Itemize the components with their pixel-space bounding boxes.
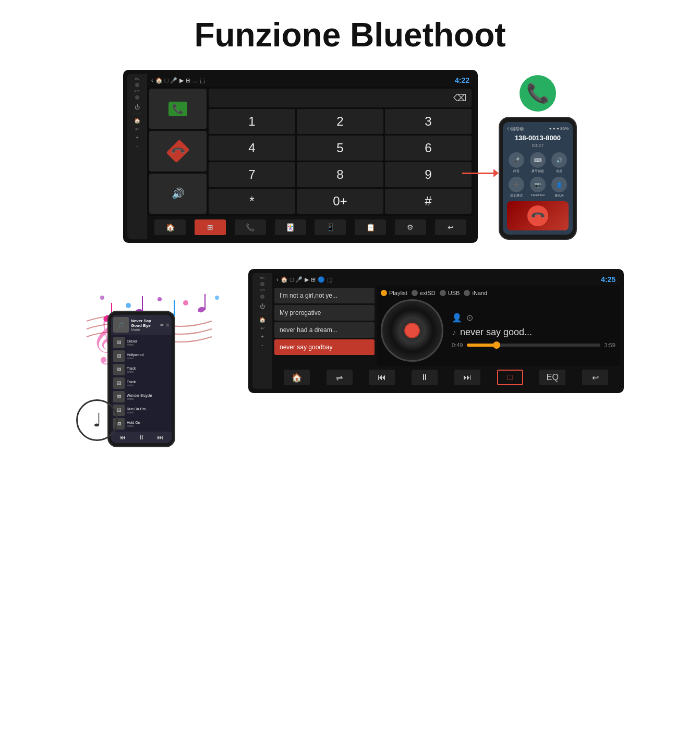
music-repeat-btn[interactable]: □: [497, 370, 523, 385]
settings-btn[interactable]: ⚙: [395, 219, 426, 235]
music-decoration-area: 𝄞 🎵 Never Say Good Bye Marie ⇌⊞: [76, 269, 233, 436]
dialpad-grid-area: ⌫ 1 2 3 4 5 6 7 8 9 *: [209, 89, 472, 214]
sp-item-5[interactable]: 🖼 Wonder Bicycleartist: [111, 390, 172, 403]
vinyl-disc: [381, 299, 443, 362]
end-call-button[interactable]: 📞: [149, 131, 207, 171]
mic-label: MIC: [135, 77, 139, 80]
page-title: Funzione Bluethoot: [0, 0, 700, 65]
svg-point-13: [126, 303, 131, 308]
call-duration: 00:27: [507, 143, 569, 148]
key-2[interactable]: 2: [297, 109, 383, 134]
music-note-circle: ♩: [76, 399, 118, 441]
volume-icon: 🔊: [172, 187, 185, 200]
progress-track[interactable]: [467, 344, 600, 347]
playlist-item-1[interactable]: I'm not a girl,not ye...: [274, 288, 375, 303]
music-player-panel: Playlist extSD USB: [377, 286, 620, 366]
sp-item-2[interactable]: 🖼 Hollywoodartist: [111, 349, 172, 363]
usb-src-btn[interactable]: USB: [440, 290, 460, 296]
music-progress-bar: 0:49 3:59: [452, 342, 615, 348]
key-7[interactable]: 7: [209, 162, 295, 187]
key-8[interactable]: 8: [297, 162, 383, 187]
music-playlist-panel: I'm not a girl,not ye... My prerogative …: [272, 286, 377, 366]
user-icon: 👤: [452, 313, 462, 323]
sp-now-playing: 🎵 Never Say Good Bye Marie ⇌⊞: [111, 315, 172, 335]
list-btn[interactable]: 📋: [355, 219, 386, 235]
music-rst-label: RST: [260, 289, 265, 292]
add-call-btn[interactable]: ➕ 添加通话: [507, 177, 525, 198]
backspace-icon[interactable]: ⌫: [453, 92, 466, 104]
sp-item-7[interactable]: 🖼 Hold Onartist: [111, 417, 172, 431]
sp-item-3[interactable]: 🖼 Trackartist: [111, 363, 172, 376]
phone-btn[interactable]: 📞: [235, 219, 266, 235]
contacts-call-btn[interactable]: 👤 通讯录: [550, 177, 569, 198]
music-eq-btn[interactable]: EQ: [539, 370, 565, 385]
bottom-section: 𝄞 🎵 Never Say Good Bye Marie ⇌⊞: [0, 259, 700, 446]
sp-playback-controls: ⏮ ⏸ ⏭: [111, 432, 172, 443]
key-4[interactable]: 4: [209, 136, 295, 161]
current-track-name: ♪ never say good...: [452, 327, 615, 338]
playlist-src-btn[interactable]: Playlist: [381, 290, 407, 296]
key-hash[interactable]: #: [385, 189, 472, 214]
key-6[interactable]: 6: [385, 136, 472, 161]
end-call-phone-btn[interactable]: 📞: [523, 201, 553, 231]
svg-point-14: [158, 297, 162, 301]
music-prev-btn[interactable]: ⏮: [369, 370, 395, 385]
music-next-btn[interactable]: ⏭: [454, 370, 480, 385]
key-star[interactable]: *: [209, 189, 295, 214]
key-5[interactable]: 5: [297, 136, 383, 161]
green-phone-icon: 📞: [168, 102, 187, 116]
contacts-btn[interactable]: 🃏: [275, 219, 306, 235]
sp-item-1[interactable]: 🖼 Closerartist: [111, 336, 172, 349]
key-1[interactable]: 1: [209, 109, 295, 134]
progress-handle[interactable]: [493, 341, 500, 349]
call-buttons-panel: 📞 📞 🔊: [149, 89, 207, 214]
small-music-phone: 🎵 Never Say Good Bye Marie ⇌⊞ 🖼 Closerar…: [107, 311, 175, 447]
menu-btn[interactable]: ⊞: [195, 219, 226, 235]
car-unit-dialpad: MIC RST ⏻ 🏠 ↩ + - ‹ 🏠 □: [123, 70, 478, 243]
music-shuffle-btn[interactable]: ⇌: [327, 370, 353, 385]
keypad-call-btn[interactable]: ⌨ 拨号键盘: [528, 152, 547, 174]
car-bottom-bar: 🏠 ⊞ 📞 🃏 📱 📋 ⚙ ↩: [147, 216, 474, 239]
svg-point-15: [183, 300, 188, 305]
answer-call-button[interactable]: 📞: [149, 89, 207, 129]
playlist-item-3[interactable]: never had a dream...: [274, 322, 375, 338]
inand-src-btn[interactable]: iNand: [464, 290, 487, 296]
mute-button[interactable]: 🔊: [149, 174, 207, 214]
speaker-call-btn[interactable]: 🔊 免提: [550, 152, 569, 174]
playlist-item-4-active[interactable]: never say goodbay: [274, 339, 375, 355]
vinyl-center: [404, 323, 420, 338]
music-home-btn[interactable]: 🏠: [284, 370, 310, 385]
car-unit-music: MIC RST ⏻ 🏠 ↩ + - ‹ 🏠 □: [248, 269, 624, 393]
connector-arrow: [462, 169, 499, 177]
sp-pause-btn[interactable]: ⏸: [138, 434, 144, 441]
car-dialpad-screen: ‹ 🏠 □ 🎤 ▶ ⊞ ... ⬚ 4:22: [147, 74, 474, 239]
key-9[interactable]: 9: [385, 162, 472, 187]
dialpad-display: ⌫: [209, 89, 472, 107]
music-note-icon: ♪: [452, 328, 456, 337]
home-btn[interactable]: 🏠: [154, 219, 186, 235]
bt-btn[interactable]: 📱: [315, 219, 346, 235]
music-info-panel: 👤 ⊙ ♪ never say good... 0:49: [452, 313, 615, 348]
sp-album-art: 🎵: [113, 317, 129, 333]
sp-rewind-btn[interactable]: ⏮: [119, 434, 126, 441]
key-0[interactable]: 0+: [297, 189, 383, 214]
car-statusbar-top: ‹ 🏠 □ 🎤 ▶ ⊞ ... ⬚ 4:22: [147, 74, 474, 87]
call-bubble-icon: 📞: [520, 75, 556, 112]
car-side-controls: MIC RST ⏻ 🏠 ↩ + -: [127, 74, 147, 239]
progress-current: 0:49: [452, 342, 463, 348]
music-pause-btn[interactable]: ⏸: [412, 370, 438, 385]
key-3[interactable]: 3: [385, 109, 472, 134]
mute-call-btn[interactable]: 🎤 静音: [507, 152, 525, 174]
music-statusbar-icons: ‹ 🏠 □ 🎤 ▶ ⊞ 🔵 ⬚: [276, 276, 332, 283]
statusbar-icons: ‹ 🏠 □ 🎤 ▶ ⊞ ... ⬚: [151, 77, 205, 84]
facetime-btn[interactable]: 📷 FaceTime: [528, 177, 547, 198]
svg-point-6: [197, 306, 206, 313]
sp-item-4[interactable]: 🖼 Trackartist: [111, 376, 172, 390]
playlist-item-2[interactable]: My prerogative: [274, 305, 375, 321]
music-back-btn[interactable]: ↩: [582, 370, 608, 385]
back-btn[interactable]: ↩: [435, 219, 466, 235]
sp-track-title: Never Say Good Bye: [131, 319, 158, 328]
extsd-src-btn[interactable]: extSD: [412, 290, 436, 296]
sp-forward-btn[interactable]: ⏭: [157, 434, 163, 441]
sp-item-6[interactable]: 🖼 Run Da Emartist: [111, 403, 172, 417]
